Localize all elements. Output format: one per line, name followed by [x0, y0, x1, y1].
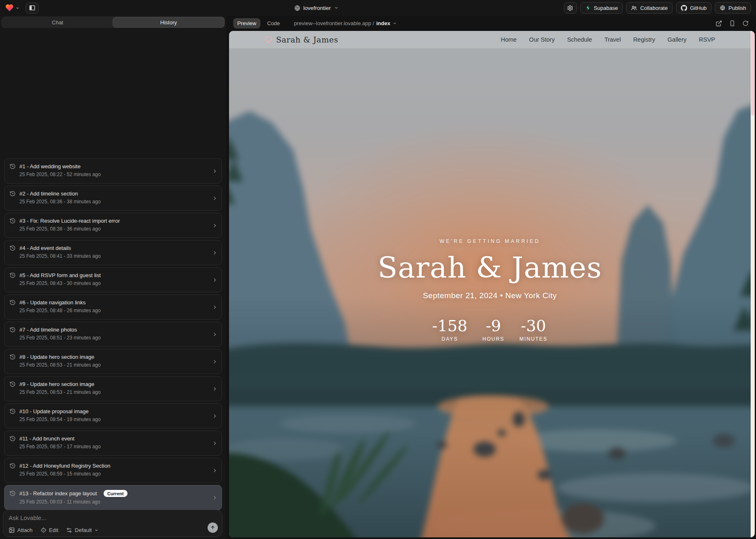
history-icon — [9, 327, 16, 333]
chevron-down-icon — [392, 21, 397, 26]
top-bar: lovefrontier Supabase Collaborate — [0, 0, 756, 16]
preview-scrollbar[interactable] — [751, 31, 755, 537]
history-item[interactable]: #7 - Add timeline photos 25 Feb 2025, 08… — [4, 322, 222, 347]
chevron-right-icon[interactable] — [212, 358, 218, 365]
history-item[interactable]: #2 - Add timeline section 25 Feb 2025, 0… — [4, 186, 222, 211]
preview-scrollbar-thumb[interactable] — [751, 32, 754, 115]
model-selector[interactable]: Default — [66, 527, 99, 533]
arrow-up-icon — [210, 525, 215, 530]
history-icon — [9, 245, 16, 251]
attach-button[interactable]: Attach — [9, 527, 33, 533]
prompt-input[interactable] — [9, 515, 165, 521]
project-switcher[interactable]: lovefrontier — [294, 0, 339, 16]
site-nav-link[interactable]: Home — [501, 36, 517, 43]
history-item[interactable]: #5 - Add RSVP form and guest list 25 Feb… — [4, 267, 222, 292]
history-item-timestamp: 25 Feb 2025, 09:03 - 11 minutes ago — [19, 499, 208, 505]
site-nav-link[interactable]: Registry — [633, 36, 655, 43]
mobile-view-button[interactable] — [729, 20, 735, 26]
chevron-right-icon[interactable] — [212, 277, 218, 283]
chat-history-panel: Chat History #1 - Add wedding website 25… — [0, 16, 226, 539]
history-item[interactable]: #3 - Fix: Resolve Lucide-react import er… — [4, 213, 222, 238]
history-item-timestamp: 25 Feb 2025, 08:57 - 17 minutes ago — [19, 444, 208, 450]
chevron-right-icon[interactable] — [212, 413, 218, 419]
tab-code[interactable]: Code — [263, 18, 284, 28]
lovable-logo-icon — [5, 3, 14, 12]
refresh-button[interactable] — [742, 20, 749, 26]
sidebar-toggle-button[interactable] — [26, 2, 39, 14]
heart-icon — [265, 36, 272, 44]
history-item-title: #3 - Fix: Resolve Lucide-react import er… — [19, 218, 120, 224]
history-item-title: #11 - Add brunch event — [19, 435, 74, 442]
countdown-value: -9 — [480, 317, 507, 335]
image-icon — [9, 527, 15, 533]
history-item[interactable]: #6 - Update navigation links 25 Feb 2025… — [4, 294, 222, 320]
history-item[interactable]: #12 - Add Honeyfund Registry Section 25 … — [4, 458, 222, 483]
gear-icon — [567, 5, 573, 11]
tab-preview[interactable]: Preview — [233, 18, 260, 28]
open-in-new-tab-button[interactable] — [716, 20, 722, 27]
tab-chat[interactable]: Chat — [2, 17, 113, 27]
history-item[interactable]: #1 - Add wedding website 25 Feb 2025, 08… — [4, 158, 222, 184]
history-item[interactable]: #13 - Refactor index page layout Current… — [4, 485, 222, 510]
history-item-timestamp: 25 Feb 2025, 08:59 - 15 minutes ago — [19, 471, 208, 477]
site-nav-link[interactable]: Schedule — [567, 36, 592, 43]
settings-button[interactable] — [564, 2, 577, 14]
history-item[interactable]: #8 - Update hero section image 25 Feb 20… — [4, 349, 222, 374]
history-item-title: #2 - Add timeline section — [19, 191, 78, 197]
chevron-right-icon[interactable] — [212, 304, 218, 310]
history-item-title: #9 - Update hero section image — [19, 381, 94, 387]
send-button[interactable] — [208, 523, 218, 533]
countdown-unit: -9 HOURS — [480, 317, 507, 342]
lovable-logo-menu[interactable] — [5, 3, 20, 12]
supabase-button[interactable]: Supabase — [580, 2, 623, 14]
history-icon — [9, 191, 16, 197]
history-item[interactable]: #4 - Add event details 25 Feb 2025, 08:4… — [4, 240, 222, 265]
chevron-right-icon[interactable] — [212, 440, 218, 446]
chevron-right-icon[interactable] — [212, 331, 218, 337]
history-item-timestamp: 25 Feb 2025, 08:41 - 33 minutes ago — [19, 253, 208, 259]
chevron-right-icon[interactable] — [212, 222, 218, 228]
publish-button[interactable]: Publish — [715, 2, 751, 14]
collaborate-button[interactable]: Collaborate — [626, 2, 673, 14]
history-icon — [9, 490, 16, 497]
preview-url-selector[interactable]: preview--lovefrontier.lovable.app / inde… — [294, 20, 397, 26]
hero-eyebrow: WE'RE GETTING MARRIED — [229, 238, 751, 244]
history-item[interactable]: #10 - Update proposal image 25 Feb 2025,… — [4, 403, 222, 428]
chevron-right-icon[interactable] — [212, 467, 218, 473]
preview-pane: Preview Code preview--lovefrontier.lovab… — [228, 16, 756, 539]
countdown-value: -30 — [520, 317, 548, 335]
history-item[interactable]: #11 - Add brunch event 25 Feb 2025, 08:5… — [4, 431, 222, 456]
history-item-title: #12 - Add Honeyfund Registry Section — [19, 463, 110, 469]
history-item-title: #10 - Update proposal image — [19, 408, 89, 414]
site-nav-link[interactable]: Gallery — [668, 36, 687, 43]
hero-date-location: September 21, 2024 • New York City — [229, 291, 751, 300]
site-header: Sarah & James HomeOur StoryScheduleTrave… — [229, 31, 751, 48]
site-logo[interactable]: Sarah & James — [265, 35, 338, 44]
history-icon — [9, 435, 16, 442]
tab-history[interactable]: History — [113, 17, 224, 27]
site-nav-link[interactable]: RSVP — [699, 36, 716, 43]
globe-icon — [294, 5, 300, 11]
external-link-icon — [716, 20, 722, 27]
preview-toolbar: Preview Code preview--lovefrontier.lovab… — [228, 16, 756, 31]
chevron-right-icon[interactable] — [212, 386, 218, 392]
site-nav-link[interactable]: Travel — [605, 36, 621, 43]
github-button[interactable]: GitHub — [676, 2, 711, 14]
chevron-down-icon — [94, 528, 99, 532]
history-item-title: #4 - Add event details — [19, 245, 71, 251]
preview-url: preview--lovefrontier.lovable.app / — [294, 20, 374, 26]
history-icon — [9, 408, 16, 414]
chevron-right-icon[interactable] — [212, 249, 218, 256]
edit-mode-button[interactable]: Edit — [40, 527, 58, 533]
github-icon — [681, 5, 687, 11]
history-icon — [9, 354, 16, 360]
chevron-right-icon[interactable] — [212, 494, 218, 501]
chevron-right-icon[interactable] — [212, 195, 218, 201]
countdown-label: HOURS — [480, 336, 507, 342]
chevron-right-icon[interactable] — [212, 168, 218, 174]
history-item-timestamp: 25 Feb 2025, 08:38 - 36 minutes ago — [19, 226, 208, 232]
history-item[interactable]: #9 - Update hero section image 25 Feb 20… — [4, 376, 222, 401]
site-nav-link[interactable]: Our Story — [529, 36, 555, 43]
history-item-title: #5 - Add RSVP form and guest list — [19, 272, 101, 278]
sliders-icon — [66, 527, 72, 533]
